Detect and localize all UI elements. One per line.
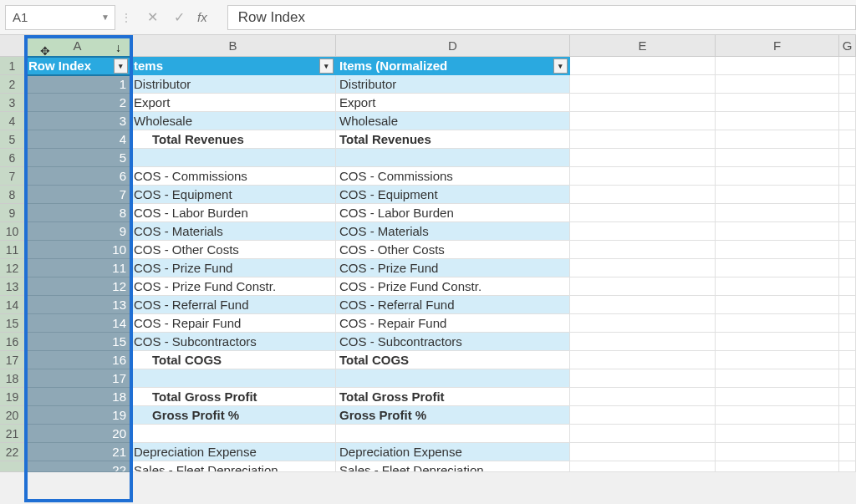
- cell-D[interactable]: [336, 369, 570, 388]
- cell-E[interactable]: [570, 369, 716, 388]
- cell-D[interactable]: Total Gross Profit: [336, 388, 570, 406]
- cell-B[interactable]: tems▾: [130, 57, 336, 75]
- cell-F[interactable]: [716, 75, 839, 94]
- row-header[interactable]: 22: [0, 443, 25, 461]
- cell-D[interactable]: COS - Prize Fund Constr.: [336, 277, 570, 296]
- cell-F[interactable]: [716, 57, 839, 75]
- row-header[interactable]: 3: [0, 94, 25, 112]
- cell-E[interactable]: [570, 259, 716, 277]
- cell-D[interactable]: Wholesale: [336, 112, 570, 130]
- cell-B[interactable]: Gross Profit %: [130, 406, 336, 425]
- cell-A[interactable]: 13: [25, 296, 130, 314]
- row-header[interactable]: 20: [0, 406, 25, 425]
- row-header[interactable]: 12: [0, 259, 25, 277]
- cell-A[interactable]: 19: [25, 406, 130, 425]
- row-header[interactable]: 17: [0, 351, 25, 369]
- fx-icon[interactable]: fx: [197, 10, 207, 24]
- formula-input[interactable]: Row Index: [227, 5, 856, 30]
- cancel-icon[interactable]: ✕: [144, 9, 160, 25]
- cell-F[interactable]: [716, 167, 839, 186]
- cell-D[interactable]: Items (Normalized▾: [336, 57, 570, 75]
- cell-A[interactable]: 21: [25, 443, 130, 461]
- cell-E[interactable]: [570, 351, 716, 369]
- cell-A[interactable]: 1: [25, 75, 130, 94]
- cell-E[interactable]: [570, 94, 716, 112]
- column-header-D[interactable]: D: [336, 35, 570, 57]
- cell-G[interactable]: [839, 296, 856, 314]
- cell-B[interactable]: Total COGS: [130, 351, 336, 369]
- cell-E[interactable]: [570, 406, 716, 425]
- cell-E[interactable]: [570, 314, 716, 333]
- cell-A[interactable]: 9: [25, 222, 130, 241]
- cell-B[interactable]: COS - Referral Fund: [130, 296, 336, 314]
- cell-F[interactable]: [716, 130, 839, 149]
- cell-F[interactable]: [716, 241, 839, 259]
- column-header-E[interactable]: E: [570, 35, 716, 57]
- cell-B[interactable]: Wholesale: [130, 112, 336, 130]
- column-header-G[interactable]: G: [839, 35, 856, 57]
- cell-A[interactable]: 6: [25, 167, 130, 186]
- cell-F[interactable]: [716, 333, 839, 351]
- cell-G[interactable]: [839, 461, 856, 472]
- cell-F[interactable]: [716, 94, 839, 112]
- cell-B[interactable]: Sales - Fleet Depreciation: [130, 461, 336, 472]
- row-header[interactable]: 4: [0, 112, 25, 130]
- cell-D[interactable]: COS - Labor Burden: [336, 204, 570, 222]
- cell-G[interactable]: [839, 369, 856, 388]
- cell-A[interactable]: 11: [25, 259, 130, 277]
- cell-F[interactable]: [716, 204, 839, 222]
- cell-G[interactable]: [839, 94, 856, 112]
- cell-D[interactable]: [336, 425, 570, 443]
- cell-G[interactable]: [839, 333, 856, 351]
- cell-E[interactable]: [570, 186, 716, 204]
- cell-A[interactable]: Row Index▾: [25, 57, 130, 75]
- cell-B[interactable]: [130, 149, 336, 167]
- cell-D[interactable]: COS - Repair Fund: [336, 314, 570, 333]
- cell-E[interactable]: [570, 75, 716, 94]
- cell-F[interactable]: [716, 406, 839, 425]
- cell-A[interactable]: 22: [25, 461, 130, 472]
- cell-F[interactable]: [716, 259, 839, 277]
- cell-G[interactable]: [839, 112, 856, 130]
- cell-G[interactable]: [839, 406, 856, 425]
- cell-A[interactable]: 8: [25, 204, 130, 222]
- cell-A[interactable]: 12: [25, 277, 130, 296]
- filter-dropdown-icon[interactable]: ▾: [553, 59, 568, 74]
- cell-E[interactable]: [570, 112, 716, 130]
- cell-B[interactable]: Total Revenues: [130, 130, 336, 149]
- cell-B[interactable]: COS - Materials: [130, 222, 336, 241]
- cell-G[interactable]: [839, 130, 856, 149]
- cell-G[interactable]: [839, 314, 856, 333]
- cell-E[interactable]: [570, 461, 716, 472]
- cell-G[interactable]: [839, 204, 856, 222]
- row-header[interactable]: 1: [0, 57, 25, 75]
- cell-B[interactable]: COS - Commissions: [130, 167, 336, 186]
- cell-E[interactable]: [570, 57, 716, 75]
- cell-E[interactable]: [570, 204, 716, 222]
- accept-icon[interactable]: ✓: [171, 9, 187, 25]
- cell-E[interactable]: [570, 388, 716, 406]
- row-header[interactable]: 19: [0, 388, 25, 406]
- cell-B[interactable]: COS - Repair Fund: [130, 314, 336, 333]
- cell-A[interactable]: 17: [25, 369, 130, 388]
- filter-dropdown-icon[interactable]: ▾: [114, 59, 128, 74]
- cell-F[interactable]: [716, 388, 839, 406]
- cell-E[interactable]: [570, 296, 716, 314]
- row-header[interactable]: 9: [0, 204, 25, 222]
- cell-G[interactable]: [839, 167, 856, 186]
- cell-A[interactable]: 10: [25, 241, 130, 259]
- cell-G[interactable]: [839, 259, 856, 277]
- row-header[interactable]: 18: [0, 369, 25, 388]
- column-header-F[interactable]: F: [716, 35, 839, 57]
- select-all-corner[interactable]: [0, 35, 25, 57]
- row-header[interactable]: 10: [0, 222, 25, 241]
- cell-D[interactable]: Gross Profit %: [336, 406, 570, 425]
- cell-F[interactable]: [716, 277, 839, 296]
- cell-G[interactable]: [839, 186, 856, 204]
- cell-A[interactable]: 16: [25, 351, 130, 369]
- cell-D[interactable]: Export: [336, 94, 570, 112]
- cell-D[interactable]: COS - Referral Fund: [336, 296, 570, 314]
- cell-D[interactable]: COS - Other Costs: [336, 241, 570, 259]
- row-header[interactable]: 8: [0, 186, 25, 204]
- cell-F[interactable]: [716, 314, 839, 333]
